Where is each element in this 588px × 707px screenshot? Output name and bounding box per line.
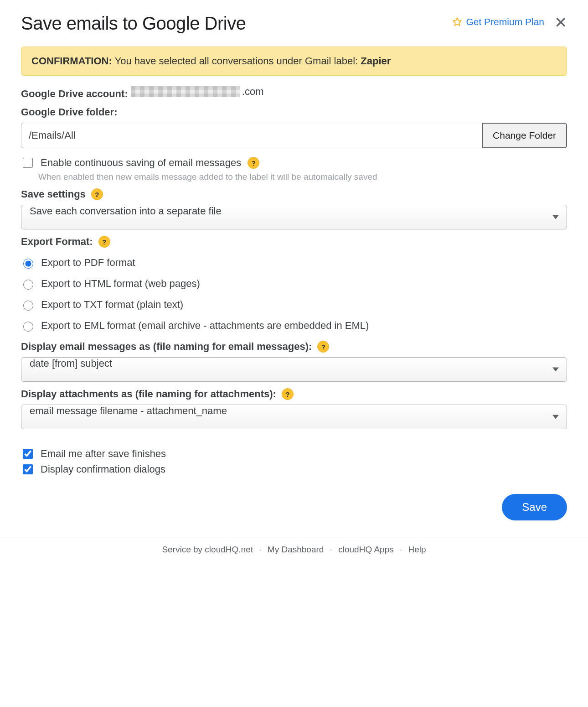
continuous-save-row: Enable continuous saving of email messag…	[21, 156, 567, 169]
star-icon	[452, 17, 462, 27]
header-actions: Get Premium Plan ✕	[452, 14, 567, 30]
save-settings-label: Save settings ?	[21, 188, 567, 200]
premium-plan-link[interactable]: Get Premium Plan	[452, 16, 544, 27]
account-value: .com	[131, 86, 264, 98]
display-attachments-label-text: Display attachments as (file naming for …	[21, 388, 276, 400]
account-row: Google Drive account: .com	[21, 86, 567, 100]
help-icon[interactable]: ?	[248, 157, 259, 169]
display-attachments-select[interactable]: email message filename - attachment_name	[21, 405, 567, 429]
close-icon[interactable]: ✕	[554, 14, 567, 30]
confirm-dialogs-checkbox[interactable]	[23, 464, 33, 474]
footer-service-by: Service by	[162, 545, 202, 554]
help-icon[interactable]: ?	[282, 388, 294, 400]
folder-label: Google Drive folder:	[21, 106, 567, 118]
export-format-radio[interactable]	[23, 280, 33, 290]
email-after-checkbox[interactable]	[23, 449, 33, 459]
email-after-label: Email me after save finishes	[41, 448, 166, 460]
final-checks: Email me after save finishes Display con…	[21, 447, 567, 476]
export-format-option-txt[interactable]: Export to TXT format (plain text)	[21, 299, 567, 311]
confirmation-text: You have selected all conversations unde…	[115, 55, 358, 67]
confirmation-banner: CONFIRMATION: You have selected all conv…	[21, 47, 567, 76]
modal-header: Save emails to Google Drive Get Premium …	[21, 13, 567, 34]
export-format-option-label: Export to PDF format	[41, 257, 135, 269]
footer-link-help[interactable]: Help	[408, 545, 426, 554]
footer-link-apps[interactable]: cloudHQ Apps	[338, 545, 393, 554]
footer-separator: ·	[259, 545, 261, 554]
account-redacted	[131, 86, 240, 97]
premium-plan-label: Get Premium Plan	[466, 16, 544, 27]
export-format-radio[interactable]	[23, 259, 33, 269]
save-settings-select[interactable]: Save each conversation into a separate f…	[21, 205, 567, 229]
save-settings-select-wrap: Save each conversation into a separate f…	[21, 205, 567, 229]
account-label: Google Drive account:	[21, 88, 128, 99]
confirmation-prefix: CONFIRMATION:	[31, 55, 112, 67]
export-format-option-label: Export to TXT format (plain text)	[41, 299, 183, 311]
help-icon[interactable]: ?	[91, 188, 103, 200]
continuous-save-label: Enable continuous saving of email messag…	[41, 157, 241, 169]
export-format-option-eml[interactable]: Export to EML format (email archive - at…	[21, 320, 567, 332]
display-messages-select[interactable]: date [from] subject	[21, 357, 567, 382]
display-messages-select-wrap: date [from] subject	[21, 357, 567, 382]
export-format-label: Export Format: ?	[21, 236, 567, 248]
export-format-option-label: Export to HTML format (web pages)	[41, 278, 200, 290]
save-button[interactable]: Save	[502, 494, 567, 520]
save-to-drive-modal: Save emails to Google Drive Get Premium …	[0, 0, 588, 520]
export-format-radio[interactable]	[23, 301, 33, 311]
footer-separator: ·	[330, 545, 332, 554]
export-format-option-pdf[interactable]: Export to PDF format	[21, 257, 567, 269]
change-folder-button[interactable]: Change Folder	[482, 123, 567, 148]
display-messages-label-text: Display email messages as (file naming f…	[21, 341, 312, 353]
confirmation-label-name: Zapier	[361, 55, 391, 67]
footer-separator: ·	[400, 545, 402, 554]
button-row: Save	[21, 494, 567, 520]
export-format-options: Export to PDF format Export to HTML form…	[21, 257, 567, 332]
email-after-row: Email me after save finishes	[21, 447, 567, 460]
folder-input[interactable]	[21, 123, 482, 148]
footer: Service by cloudHQ.net · My Dashboard · …	[0, 537, 588, 563]
export-format-label-text: Export Format:	[21, 236, 93, 248]
save-settings-label-text: Save settings	[21, 188, 86, 200]
continuous-save-hint: When enabled then new emails message add…	[38, 172, 567, 182]
help-icon[interactable]: ?	[317, 341, 329, 353]
footer-link-dashboard[interactable]: My Dashboard	[268, 545, 324, 554]
display-attachments-label: Display attachments as (file naming for …	[21, 388, 567, 400]
confirm-dialogs-label: Display confirmation dialogs	[41, 463, 165, 475]
export-format-option-label: Export to EML format (email archive - at…	[41, 320, 369, 332]
export-format-radio[interactable]	[23, 322, 33, 332]
help-icon[interactable]: ?	[98, 236, 110, 248]
display-messages-label: Display email messages as (file naming f…	[21, 341, 567, 353]
export-format-option-html[interactable]: Export to HTML format (web pages)	[21, 278, 567, 290]
footer-brand-link[interactable]: cloudHQ.net	[205, 545, 253, 554]
account-suffix: .com	[242, 86, 264, 98]
modal-title: Save emails to Google Drive	[21, 13, 246, 34]
continuous-save-checkbox[interactable]	[23, 158, 33, 168]
folder-row: Change Folder	[21, 123, 567, 148]
display-attachments-select-wrap: email message filename - attachment_name	[21, 405, 567, 429]
confirm-dialogs-row: Display confirmation dialogs	[21, 463, 567, 476]
